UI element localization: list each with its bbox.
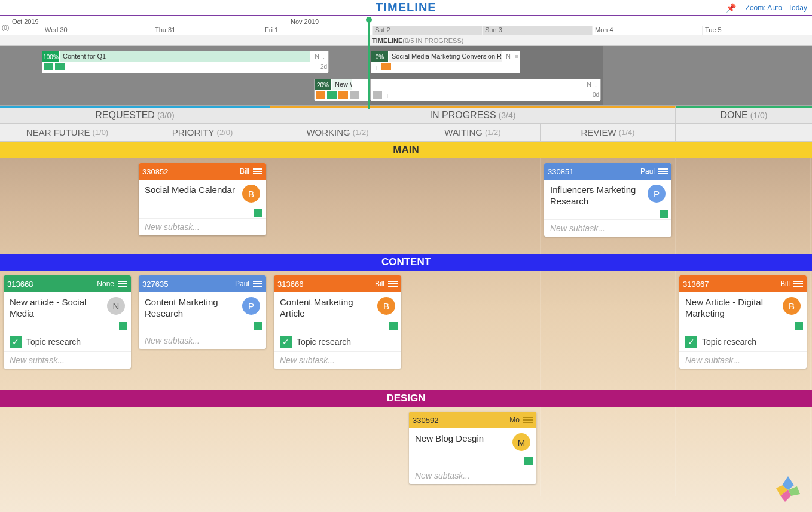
gantt-task[interactable]: 0% Social Media Marketing Conversion Rat… xyxy=(371,51,520,72)
check-icon[interactable]: ✓ xyxy=(685,336,697,348)
cell[interactable] xyxy=(676,158,811,254)
new-subtask-input[interactable]: New subtask... xyxy=(274,351,401,369)
swimlane-main[interactable]: MAIN xyxy=(0,142,812,158)
new-subtask-input[interactable]: New subtask... xyxy=(409,467,536,484)
avatar[interactable]: N xyxy=(107,297,125,315)
col-waiting[interactable]: WAITING (1/2) xyxy=(405,124,541,141)
cell[interactable] xyxy=(135,407,270,496)
card-title: New article - Social Media xyxy=(10,297,102,320)
task-percent: 100% xyxy=(42,51,59,62)
avatar[interactable]: B xyxy=(783,297,801,315)
task-menu-icon[interactable]: ⋮ xyxy=(593,81,599,88)
subtask-row[interactable]: ✓ Topic research xyxy=(4,332,131,351)
timeline-status: TIMELINE (0/5 IN PROGRESS) xyxy=(0,35,812,46)
hamburger-icon[interactable] xyxy=(388,281,398,287)
col-label: WAITING xyxy=(444,127,483,137)
new-subtask-input[interactable]: New subtask... xyxy=(139,218,266,235)
card-assignee-name: Paul xyxy=(235,280,249,288)
card[interactable]: 313668 None New article - Social Media N… xyxy=(4,275,131,369)
cell[interactable]: 313667 Bill New Article - Digital Market… xyxy=(676,271,811,390)
card-id: 327635 xyxy=(142,280,235,289)
hamburger-icon[interactable] xyxy=(253,168,262,174)
card[interactable]: 330851 Paul Influencers Marketing Resear… xyxy=(544,163,671,237)
columns-sub: NEAR FUTURE (1/0) PRIORITY (2/0) WORKING… xyxy=(0,124,812,142)
hamburger-icon[interactable] xyxy=(658,168,668,174)
col-inprogress[interactable]: IN PROGRESS (3/4) xyxy=(270,106,676,123)
cell[interactable] xyxy=(405,158,541,254)
task-percent: 20% xyxy=(315,79,331,90)
swimlane-content[interactable]: CONTENT xyxy=(0,254,812,271)
card[interactable]: 327635 Paul Content Marketing Research P… xyxy=(139,275,266,349)
card[interactable]: 330852 Bill Social Media Calendar B New … xyxy=(139,163,266,235)
task-duration: 0d xyxy=(593,91,599,100)
card-body: Content Marketing Article B xyxy=(274,292,401,322)
cell[interactable] xyxy=(0,407,135,496)
cell[interactable]: 327635 Paul Content Marketing Research P… xyxy=(135,271,270,390)
card-assignee-name: Paul xyxy=(640,167,655,176)
task-menu-icon[interactable]: ⋮ xyxy=(320,53,327,60)
subtask-label: Topic research xyxy=(297,337,351,347)
cell[interactable]: 330592 Mo New Blog Desgin M New subtask.… xyxy=(405,407,541,496)
swimlane-design[interactable]: DESIGN xyxy=(0,390,812,407)
cell[interactable]: 313666 Bill Content Marketing Article B … xyxy=(270,271,405,390)
plus-icon[interactable]: + xyxy=(373,63,380,72)
now-marker-line xyxy=(368,19,370,109)
subtask-label: Topic research xyxy=(26,337,81,347)
card-id: 313668 xyxy=(7,280,97,289)
card-body: New Blog Desgin M xyxy=(409,428,536,457)
avatar[interactable]: M xyxy=(512,433,530,451)
col-near-future[interactable]: NEAR FUTURE (1/0) xyxy=(0,124,135,141)
today-button[interactable]: Today xyxy=(788,4,807,12)
pin-icon[interactable]: 📌 xyxy=(726,3,736,13)
check-icon[interactable]: ✓ xyxy=(280,336,292,348)
hamburger-icon[interactable] xyxy=(118,281,127,287)
col-priority[interactable]: PRIORITY (2/0) xyxy=(135,124,270,141)
task-title: Content for Q1 xyxy=(60,51,310,62)
card-tags xyxy=(139,322,266,332)
card[interactable]: 313667 Bill New Article - Digital Market… xyxy=(679,275,807,369)
card-tags xyxy=(274,322,401,332)
hamburger-icon[interactable] xyxy=(523,417,533,423)
new-subtask-input[interactable]: New subtask... xyxy=(679,351,807,369)
cell[interactable] xyxy=(541,271,676,390)
check-icon[interactable]: ✓ xyxy=(10,336,22,348)
col-done[interactable]: DONE (1/0) xyxy=(676,106,812,123)
subtask-row[interactable]: ✓ Topic research xyxy=(274,332,401,351)
task-menu-icon[interactable]: ≡ xyxy=(515,53,518,60)
col-label: REQUESTED xyxy=(95,110,155,121)
task-chip xyxy=(350,91,359,99)
col-review[interactable]: REVIEW (1/4) xyxy=(541,124,676,141)
zoom-button[interactable]: Zoom: Auto xyxy=(746,4,782,12)
cell[interactable]: 313668 None New article - Social Media N… xyxy=(0,271,135,390)
subtask-row[interactable]: ✓ Topic research xyxy=(679,332,807,351)
cell[interactable] xyxy=(0,158,135,254)
new-subtask-input[interactable]: New subtask... xyxy=(544,219,671,237)
gantt-task[interactable]: 100% Content for Q1 N ⋮ 2d xyxy=(42,51,329,72)
gantt-task[interactable]: 20% New Website xyxy=(314,79,371,100)
card[interactable]: 330592 Mo New Blog Desgin M New subtask.… xyxy=(409,412,536,484)
tag-chip xyxy=(795,322,803,330)
col-working[interactable]: WORKING (1/2) xyxy=(270,124,405,141)
cell[interactable] xyxy=(270,158,405,254)
col-count: (1/0) xyxy=(750,111,768,120)
avatar[interactable]: P xyxy=(242,297,260,315)
hamburger-icon[interactable] xyxy=(253,281,262,287)
avatar[interactable]: B xyxy=(242,185,260,203)
cell[interactable] xyxy=(405,271,541,390)
card-title: Content Marketing Research xyxy=(145,297,237,320)
cell[interactable]: 330851 Paul Influencers Marketing Resear… xyxy=(541,158,676,254)
cell[interactable] xyxy=(270,407,405,496)
hamburger-icon[interactable] xyxy=(793,281,803,287)
lane-main: 330852 Bill Social Media Calendar B New … xyxy=(0,158,812,254)
avatar[interactable]: B xyxy=(377,297,395,315)
col-requested[interactable]: REQUESTED (3/0) xyxy=(0,106,270,123)
cell[interactable]: 330852 Bill Social Media Calendar B New … xyxy=(135,158,270,254)
avatar[interactable]: P xyxy=(648,185,666,203)
gantt-task[interactable]: N ⋮ + 0d xyxy=(371,79,601,100)
new-subtask-input[interactable]: New subtask... xyxy=(139,332,266,349)
columns-top: REQUESTED (3/0) IN PROGRESS (3/4) DONE (… xyxy=(0,106,812,124)
cell[interactable] xyxy=(541,407,676,496)
new-subtask-input[interactable]: New subtask... xyxy=(4,351,131,369)
card[interactable]: 313666 Bill Content Marketing Article B … xyxy=(274,275,401,369)
plus-icon[interactable]: + xyxy=(384,91,391,100)
